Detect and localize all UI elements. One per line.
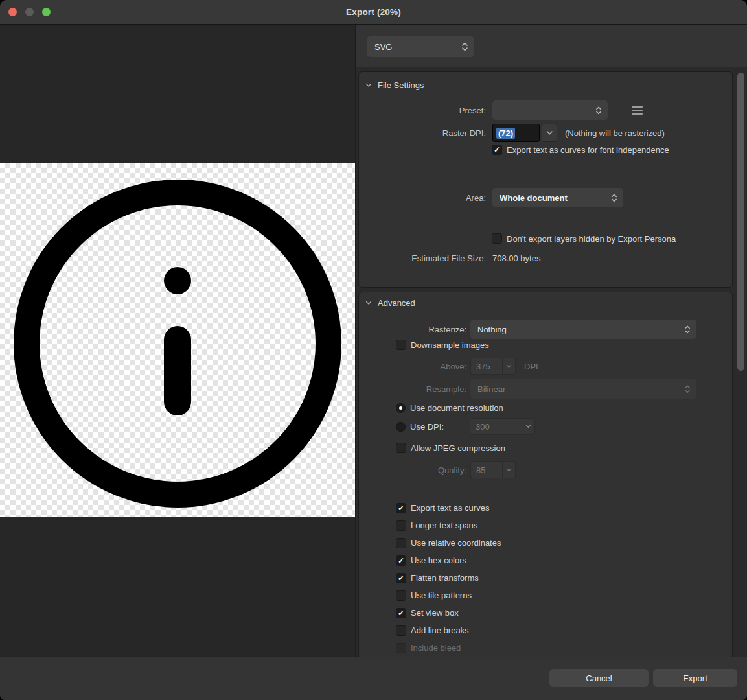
raster-dpi-note: (Nothing will be rasterized) [565, 128, 665, 138]
svg-option-label: Add line breaks [411, 625, 469, 635]
settings-scrollbar[interactable] [737, 73, 744, 371]
chevron-down-icon [546, 130, 553, 135]
export-settings-pane: SVG File Settings Preset: [355, 25, 747, 657]
svg-option-label: Export text as curves [411, 503, 489, 513]
svg-option-checkbox[interactable] [396, 573, 406, 583]
rasterize-select-value: Nothing [477, 325, 507, 334]
advanced-header[interactable]: Advanced [365, 298, 415, 308]
downsample-row[interactable]: Downsample images [359, 339, 723, 351]
svg-option-checkbox[interactable] [396, 520, 406, 531]
preset-label: Preset: [359, 106, 486, 115]
svg-option-checkbox[interactable] [396, 538, 406, 548]
quality-label: Quality: [359, 465, 466, 475]
use-dpi-label: Use DPI: [410, 422, 470, 432]
svg-option-row[interactable]: Longer text spans [396, 517, 723, 534]
svg-option-row[interactable]: Add line breaks [396, 622, 723, 639]
estimated-size-label: Estimated File Size: [359, 253, 486, 263]
export-button[interactable]: Export [653, 669, 737, 687]
chevron-down-icon [365, 301, 372, 305]
export-preview-pane[interactable] [0, 25, 355, 657]
estimated-size-row: Estimated File Size: 708.00 bytes [359, 252, 723, 264]
use-doc-resolution-label: Use document resolution [410, 403, 503, 413]
svg-option-row[interactable]: Use hex colors [396, 552, 723, 569]
svg-option-checkbox[interactable] [396, 625, 406, 636]
title-bar[interactable]: Export (20%) [0, 0, 747, 25]
raster-dpi-row: Raster DPI: (72) (Nothing will be raster… [359, 124, 723, 142]
downsample-label: Downsample images [411, 340, 489, 350]
traffic-lights [8, 8, 51, 16]
minimize-window-icon[interactable] [25, 8, 34, 16]
document-preview-canvas [0, 163, 355, 517]
preset-menu-icon[interactable] [632, 106, 643, 115]
svg-option-label: Include bleed [411, 643, 461, 653]
export-text-curves-font-checkbox[interactable] [492, 145, 502, 155]
allow-jpeg-checkbox[interactable] [396, 443, 406, 453]
chevron-down-icon [522, 419, 534, 434]
allow-jpeg-row[interactable]: Allow JPEG compression [359, 442, 723, 454]
above-dpi-combo[interactable]: 375 [470, 358, 516, 375]
raster-dpi-value: (72) [496, 128, 515, 139]
chevron-updown-icon [684, 325, 691, 334]
svg-option-checkbox[interactable] [396, 643, 406, 653]
resample-select-value: Bilinear [477, 384, 505, 394]
area-row: Area: Whole document [359, 188, 723, 207]
quality-value: 85 [471, 462, 502, 478]
svg-option-row[interactable]: Flatten transforms [396, 569, 723, 587]
use-dpi-value: 300 [470, 419, 522, 434]
export-text-curves-font-label: Export text as curves for font independe… [507, 145, 669, 155]
raster-dpi-input[interactable]: (72) [492, 124, 540, 142]
chevron-down-icon [365, 83, 372, 88]
svg-option-label: Set view box [411, 608, 459, 618]
window-title: Export (20%) [0, 0, 747, 25]
resample-row: Resample: Bilinear [359, 379, 723, 399]
use-dpi-row[interactable]: Use DPI: 300 [359, 417, 723, 436]
file-settings-panel: File Settings Preset: Raster DPI: (72) [358, 71, 733, 288]
dont-export-hidden-checkbox[interactable] [492, 233, 502, 244]
svg-option-checkbox[interactable] [396, 590, 406, 601]
rasterize-select[interactable]: Nothing [470, 320, 696, 339]
dialog-footer: Cancel Export [0, 657, 747, 700]
quality-combo[interactable]: 85 [470, 461, 516, 478]
chevron-updown-icon [461, 41, 468, 52]
preset-select[interactable] [492, 100, 608, 120]
dont-export-hidden-label: Don't export layers hidden by Export Per… [507, 234, 676, 244]
downsample-checkbox[interactable] [396, 340, 406, 350]
use-doc-resolution-radio[interactable] [396, 403, 406, 413]
svg-option-checkbox[interactable] [396, 608, 406, 618]
resample-select[interactable]: Bilinear [470, 379, 696, 399]
use-dpi-radio[interactable] [396, 422, 406, 432]
info-icon-artwork [0, 163, 355, 517]
svg-option-checkbox[interactable] [396, 555, 406, 566]
close-window-icon[interactable] [8, 8, 17, 16]
area-select[interactable]: Whole document [492, 188, 623, 207]
allow-jpeg-label: Allow JPEG compression [411, 443, 505, 453]
svg-options-list: Export text as curves Longer text spans … [396, 499, 723, 657]
chevron-updown-icon [611, 193, 617, 203]
advanced-title: Advanced [378, 298, 415, 308]
area-label: Area: [359, 193, 486, 203]
resample-label: Resample: [359, 384, 466, 394]
svg-option-row[interactable]: Set view box [396, 604, 723, 622]
export-dialog: Export (20%) SVG File Settings [0, 0, 747, 700]
estimated-size-value: 708.00 bytes [492, 253, 540, 263]
svg-option-row[interactable]: Use tile patterns [396, 587, 723, 604]
format-strip: SVG [356, 25, 747, 67]
zoom-window-icon[interactable] [42, 8, 51, 16]
svg-option-row[interactable]: Include bleed [396, 639, 723, 657]
svg-option-row[interactable]: Use relative coordinates [396, 534, 723, 552]
quality-row: Quality: 85 [359, 461, 723, 479]
raster-dpi-dropdown-button[interactable] [542, 124, 557, 142]
svg-option-row[interactable]: Export text as curves [396, 499, 723, 517]
format-select-value: SVG [374, 42, 392, 52]
format-select[interactable]: SVG [367, 36, 474, 57]
preset-row: Preset: [359, 100, 723, 120]
export-text-curves-font-row[interactable]: Export text as curves for font independe… [359, 144, 723, 156]
use-doc-resolution-row[interactable]: Use document resolution [359, 402, 723, 414]
dont-export-hidden-row[interactable]: Don't export layers hidden by Export Per… [359, 233, 723, 244]
advanced-panel: Advanced Rasterize: Nothing Downsample i… [358, 292, 733, 657]
svg-option-checkbox[interactable] [396, 503, 406, 513]
file-settings-header[interactable]: File Settings [365, 80, 424, 90]
use-dpi-combo[interactable]: 300 [470, 418, 535, 435]
svg-option-label: Use hex colors [411, 555, 466, 565]
cancel-button[interactable]: Cancel [549, 669, 649, 687]
